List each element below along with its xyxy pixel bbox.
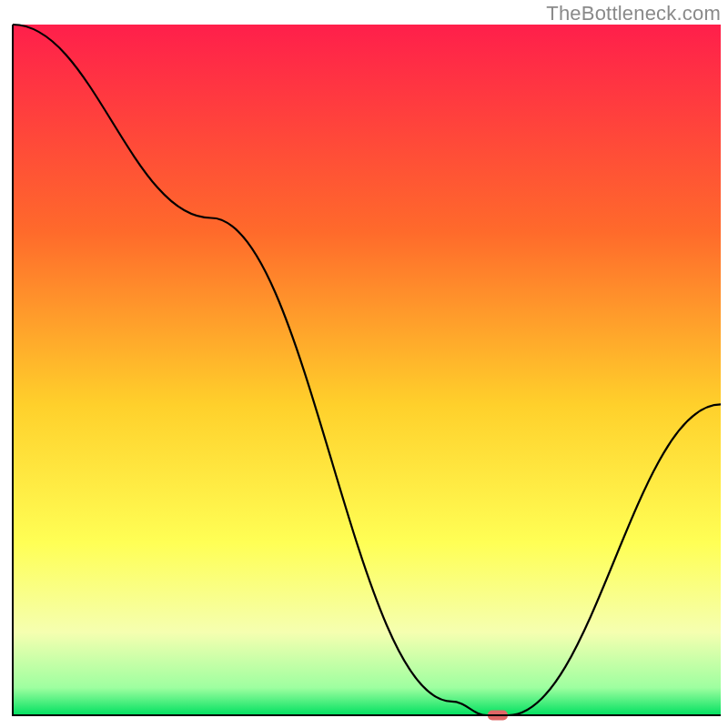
bottleneck-chart	[0, 0, 728, 728]
plot-background	[13, 25, 721, 715]
watermark-text: TheBottleneck.com	[546, 2, 721, 25]
